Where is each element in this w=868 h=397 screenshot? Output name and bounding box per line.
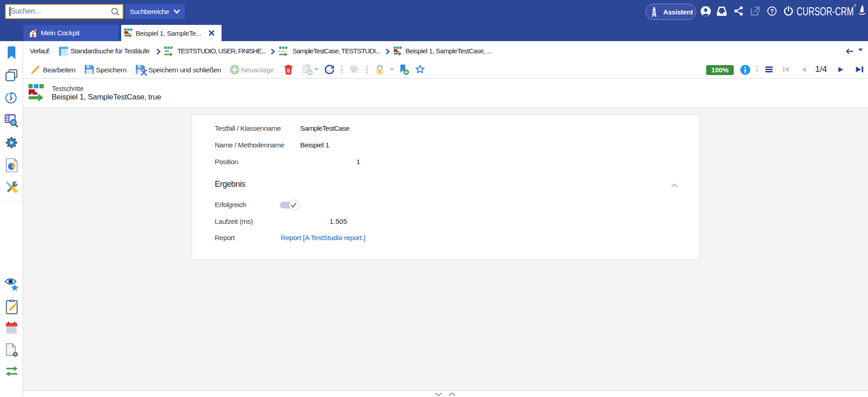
svg-text:?: ? — [770, 8, 774, 14]
svg-text:</>: </> — [279, 50, 285, 53]
svg-text:123: 123 — [165, 50, 169, 52]
